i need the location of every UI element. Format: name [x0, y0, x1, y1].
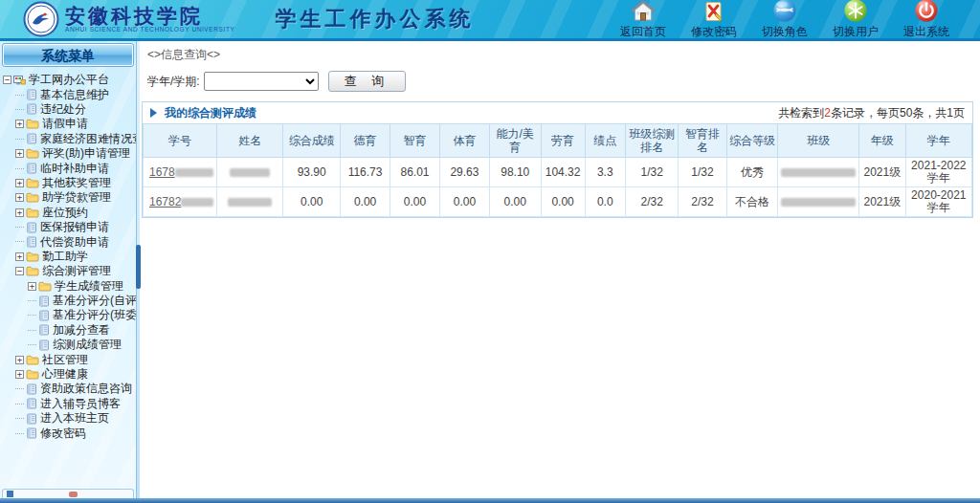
sidebar-item[interactable]: 基准分评分(自评)	[0, 294, 136, 308]
table-cell: 29.63	[439, 158, 489, 187]
sidebar-item[interactable]: 资助政策信息咨询	[0, 382, 136, 396]
sidebar-item[interactable]: +请假申请	[0, 117, 136, 131]
header-actions: 返回首页修改密码切换角色切换用户退出系统	[618, 0, 951, 40]
expand-icon[interactable]: +	[15, 120, 24, 128]
doc-icon	[26, 236, 37, 248]
column-header: 体育	[439, 124, 489, 158]
column-header: 绩点	[585, 124, 625, 158]
main-content: <>信息查询<> 学年/学期: 查 询 我的综合测评成绩 共检索到2条记录，每页…	[140, 41, 980, 498]
table-cell: 2020-2021学年	[905, 187, 971, 217]
action-switch-user[interactable]: 切换用户	[831, 0, 880, 40]
collapse-icon[interactable]: −	[15, 267, 24, 275]
column-header: 智育	[390, 124, 440, 158]
action-label: 修改密码	[691, 24, 737, 40]
sidebar-item[interactable]: 综测成绩管理	[0, 338, 136, 352]
tree-branch-line	[15, 168, 24, 169]
switch-user-icon	[843, 0, 868, 23]
table-cell: 93.90	[283, 158, 341, 187]
app-body: 系统菜单 −学工网办公平台基本信息维护违纪处分+请假申请家庭经济困难情况查看+评…	[0, 41, 980, 498]
expand-icon[interactable]: +	[15, 179, 24, 187]
action-label: 切换用户	[833, 24, 879, 40]
sidebar-item[interactable]: 医保报销申请	[0, 220, 136, 234]
column-header: 劳育	[541, 124, 585, 158]
expand-icon[interactable]: +	[15, 252, 24, 261]
sidebar-item[interactable]: +座位预约	[0, 206, 136, 220]
doc-icon	[26, 103, 37, 115]
sidebar-item[interactable]: 进入辅导员博客	[0, 397, 136, 411]
action-switch-role[interactable]: 切换角色	[760, 0, 810, 40]
folder-icon	[26, 192, 39, 203]
sidebar-item[interactable]: 代偿资助申请	[0, 234, 136, 249]
triangle-icon	[150, 108, 157, 118]
table-cell: 116.73	[341, 158, 390, 187]
collapse-icon[interactable]: −	[3, 76, 11, 84]
folder-icon	[26, 148, 39, 159]
redacted-text	[230, 168, 270, 177]
doc-icon	[38, 295, 50, 307]
table-cell: 0.0	[585, 187, 625, 217]
sidebar-item[interactable]: +心理健康	[0, 367, 136, 382]
expand-icon[interactable]: +	[15, 149, 24, 158]
tree-branch-line	[28, 344, 36, 345]
table-row: 167820.000.000.000.000.000.000.02/322/32…	[144, 187, 972, 217]
home-icon	[631, 0, 656, 23]
redacted-text	[181, 198, 213, 207]
sidebar-item[interactable]: +勤工助学	[0, 250, 136, 264]
sidebar-item[interactable]: +评奖(助)申请管理	[0, 146, 136, 161]
sidebar-bottom-bar[interactable]	[2, 489, 134, 498]
action-label: 切换角色	[762, 24, 808, 40]
splitter[interactable]	[137, 41, 140, 498]
term-select[interactable]	[204, 72, 319, 91]
action-home[interactable]: 返回首页	[618, 0, 668, 40]
action-label: 退出系统	[903, 24, 949, 40]
tree-branch-line	[15, 241, 24, 242]
action-exit-system[interactable]: 退出系统	[902, 0, 951, 40]
scores-table: 学号姓名综合成绩德育智育体育能力/美育劳育绩点班级综测排名智育排名综合等级班级年…	[143, 123, 972, 217]
splitter-handle[interactable]	[136, 245, 141, 289]
search-button[interactable]: 查 询	[328, 71, 407, 92]
action-change-password[interactable]: 修改密码	[689, 0, 739, 40]
sidebar-item[interactable]: +其他获奖管理	[0, 176, 136, 190]
sidebar-item[interactable]: 进入本班主页	[0, 411, 136, 426]
folder-icon	[26, 208, 39, 218]
sidebar-item-label: 修改密码	[40, 426, 86, 442]
sidebar-item[interactable]: +社区管理	[0, 352, 136, 366]
sidebar-item[interactable]: −综合测评管理	[0, 264, 136, 278]
tree-branch-line	[28, 300, 36, 301]
sidebar-item[interactable]: 加减分查看	[0, 323, 136, 338]
redacted-text	[781, 168, 856, 177]
sidebar-item[interactable]: 基准分评分(班委)	[0, 308, 136, 322]
doc-icon	[38, 339, 50, 351]
sidebar-item[interactable]: −学工网办公平台	[0, 73, 136, 87]
expand-icon[interactable]: +	[15, 208, 24, 217]
sidebar-item[interactable]: 修改密码	[0, 426, 136, 440]
change-password-icon	[702, 0, 725, 23]
table-row: 167893.90116.7386.0129.6398.10104.323.31…	[144, 158, 972, 187]
table-cell	[217, 187, 283, 217]
sidebar-item[interactable]: +助学贷款管理	[0, 190, 136, 205]
doc-icon	[26, 89, 37, 100]
student-id-link[interactable]: 16782	[149, 195, 181, 208]
sidebar-item[interactable]: 违纪处分	[0, 102, 136, 117]
sidebar: 系统菜单 −学工网办公平台基本信息维护违纪处分+请假申请家庭经济困难情况查看+评…	[0, 41, 137, 498]
expand-icon[interactable]: +	[28, 282, 36, 291]
expand-icon[interactable]: +	[15, 356, 24, 364]
table-cell: 优秀	[726, 158, 778, 187]
sidebar-item[interactable]: 家庭经济困难情况查看	[0, 132, 136, 146]
doc-icon	[38, 324, 50, 336]
column-header: 能力/美育	[489, 124, 541, 158]
column-header: 德育	[341, 124, 390, 158]
student-id-link[interactable]: 1678	[149, 165, 175, 179]
sidebar-item[interactable]: 基本信息维护	[0, 87, 136, 101]
folder-icon	[26, 252, 39, 262]
table-cell: 16782	[144, 187, 217, 217]
redacted-text	[175, 168, 213, 177]
result-prefix: 共检索到	[778, 106, 824, 120]
app-window: 安徽科技学院 ANHUI SCIENCE AND TECHNOLOGY UNIV…	[0, 0, 980, 503]
tree-branch-line	[15, 418, 24, 419]
table-cell: 0.00	[541, 187, 585, 217]
expand-icon[interactable]: +	[15, 370, 24, 379]
expand-icon[interactable]: +	[15, 193, 24, 202]
sidebar-item[interactable]: +学生成绩管理	[0, 278, 136, 293]
sidebar-item[interactable]: 临时补助申请	[0, 161, 136, 175]
